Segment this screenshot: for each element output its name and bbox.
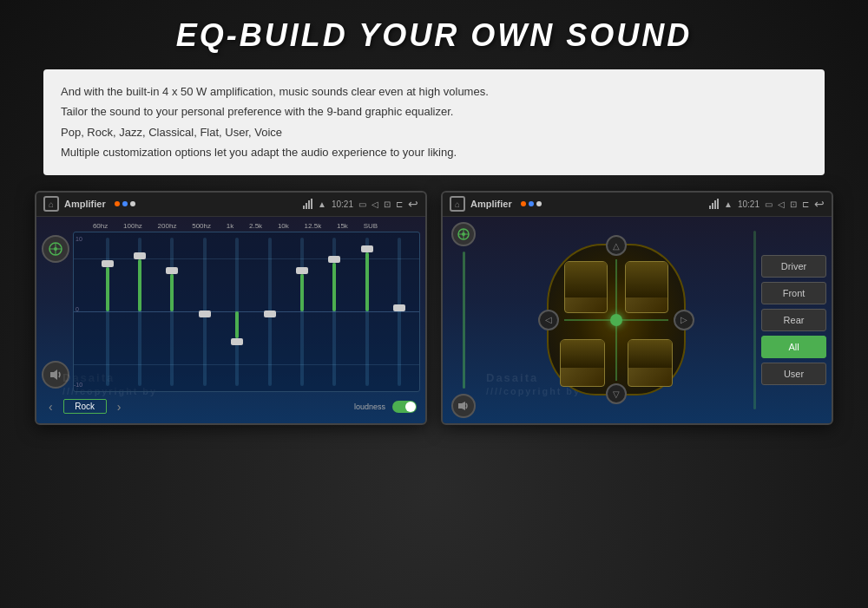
nav-left-button[interactable]: ◁: [538, 310, 559, 330]
eq-label-8: 12.5k: [305, 222, 322, 230]
seat-front-left: [564, 261, 608, 313]
amp-speaker-button[interactable]: [451, 394, 476, 418]
page-title: EQ-BUILD YOUR OWN SOUND: [176, 17, 692, 54]
seat-back-rr: [628, 340, 672, 368]
slider-2-handle[interactable]: [134, 252, 146, 259]
amp-status-dot-orange: [521, 201, 526, 206]
scale-mid: 0: [76, 306, 79, 312]
amp-right-buttons: Driver Front Rear All User: [761, 222, 826, 418]
amp-time: 10:21: [738, 199, 760, 209]
eq-tune-button[interactable]: [42, 235, 69, 263]
toggle-track[interactable]: [392, 401, 417, 413]
eq-status-bar: ⌂ Amplifier ▲ 10:21 ▭: [36, 193, 425, 217]
amp-link-icon: ⊏: [802, 199, 809, 209]
slider-7-handle[interactable]: [296, 267, 308, 274]
eq-label-4: 500hz: [192, 222, 211, 230]
front-button[interactable]: Front: [761, 282, 826, 304]
vol-icon: ◁: [372, 199, 378, 209]
amp-screen-body: Dasaita////copyright by: [443, 217, 832, 423]
scale-bot: -10: [74, 382, 82, 388]
eq-slider-5[interactable]: [235, 238, 239, 386]
slider-1-fill: [106, 267, 109, 311]
eq-slider-4[interactable]: [203, 238, 207, 386]
description-block: And with the built-in 4 x 50 W amplifica…: [43, 69, 825, 175]
wifi-icon: ▲: [318, 199, 326, 209]
eq-screen: ⌂ Amplifier ▲ 10:21 ▭: [35, 191, 427, 425]
slider-4-handle[interactable]: [199, 311, 211, 317]
eq-slider-3[interactable]: [170, 238, 174, 386]
status-dot-blue: [122, 201, 128, 206]
eq-slider-6[interactable]: [268, 238, 272, 386]
screen-icon: ⊡: [384, 199, 391, 209]
amp-center: △ ▽ ◁ ▷: [484, 222, 748, 418]
slider-9-handle[interactable]: [361, 245, 373, 252]
seat-rear-right: [628, 339, 673, 387]
eq-label-7: 10k: [278, 222, 289, 230]
amp-home-icon[interactable]: ⌂: [450, 196, 465, 212]
eq-time: 10:21: [332, 199, 353, 209]
slider-7-fill: [300, 274, 304, 311]
eq-left-buttons: [42, 232, 69, 392]
amp-back-button[interactable]: ↩: [814, 197, 825, 211]
loudness-label: loudness: [354, 402, 385, 411]
eq-status-right: ▲ 10:21 ▭ ◁ ⊡ ⊏ ↩: [303, 197, 418, 211]
nav-up-button[interactable]: △: [606, 235, 627, 256]
loudness-toggle[interactable]: [392, 401, 417, 413]
all-button[interactable]: All: [761, 336, 826, 358]
amp-status-right: ▲ 10:21 ▭ ◁ ⊡ ⊏ ↩: [709, 197, 825, 211]
svg-point-8: [462, 232, 465, 236]
signal-bars: [303, 199, 312, 209]
eq-slider-8[interactable]: [332, 238, 336, 386]
eq-slider-7[interactable]: [300, 238, 304, 386]
amp-status-dot-blue: [529, 201, 534, 206]
eq-slider-9[interactable]: [365, 238, 369, 386]
slider-5-handle[interactable]: [231, 338, 243, 345]
eq-bottom-row: ‹ Rock › loudness: [42, 392, 420, 418]
driver-button[interactable]: Driver: [761, 255, 826, 278]
slider-8-handle[interactable]: [328, 256, 340, 263]
eq-slider-1[interactable]: [106, 238, 109, 386]
slider-10-handle[interactable]: [393, 304, 405, 311]
amp-tune-button[interactable]: [451, 222, 476, 246]
slider-3-handle[interactable]: [166, 267, 178, 274]
nav-down-button[interactable]: ▽: [606, 383, 627, 404]
amp-left-controls: [448, 222, 479, 418]
screens-row: ⌂ Amplifier ▲ 10:21 ▭: [35, 191, 833, 425]
eq-next-button[interactable]: ›: [114, 398, 125, 415]
eq-labels-row: 60hz 100hz 200hz 500hz 1k 2.5k 10k 12.5k…: [42, 222, 420, 230]
toggle-knob: [405, 402, 416, 412]
cam-icon: ▭: [358, 199, 366, 209]
slider-6-handle[interactable]: [264, 311, 276, 317]
rear-button[interactable]: Rear: [761, 309, 826, 331]
eq-label-2: 100hz: [123, 222, 142, 230]
svg-point-3: [54, 247, 57, 251]
slider-2-fill: [138, 259, 141, 311]
slider-1-handle[interactable]: [102, 260, 114, 267]
home-icon[interactable]: ⌂: [43, 196, 59, 212]
desc-line-3: Pop, Rock, Jazz, Classical, Flat, User, …: [61, 122, 807, 142]
amp-cam-icon: ▭: [765, 199, 773, 209]
eq-label-5: 1k: [227, 222, 233, 230]
eq-slider-2[interactable]: [138, 238, 141, 386]
eq-prev-button[interactable]: ‹: [45, 398, 56, 415]
eq-speaker-button[interactable]: [42, 361, 69, 389]
status-dot-orange: [115, 201, 120, 206]
amp-status-icons: [521, 201, 542, 206]
eq-label-10: SUB: [364, 222, 378, 230]
nav-right-button[interactable]: ▷: [674, 310, 694, 330]
amp-app-label: Amplifier: [470, 199, 512, 209]
amp-vert-bar-right: [753, 231, 756, 409]
eq-label-6: 2.5k: [249, 222, 262, 230]
eq-slider-10[interactable]: [398, 238, 401, 386]
amp-status-dot-white: [536, 201, 542, 206]
eq-preset-label: Rock: [63, 399, 107, 414]
back-button[interactable]: ↩: [408, 197, 418, 211]
user-button[interactable]: User: [761, 363, 826, 385]
content-wrapper: EQ-BUILD YOUR OWN SOUND And with the bui…: [0, 0, 868, 608]
link-icon: ⊏: [396, 199, 403, 209]
seat-back-rl: [561, 340, 604, 368]
slider-9-fill: [365, 252, 369, 311]
status-dot-white: [130, 201, 135, 206]
seat-back-fl: [565, 262, 607, 297]
eq-sliders: [91, 238, 416, 386]
